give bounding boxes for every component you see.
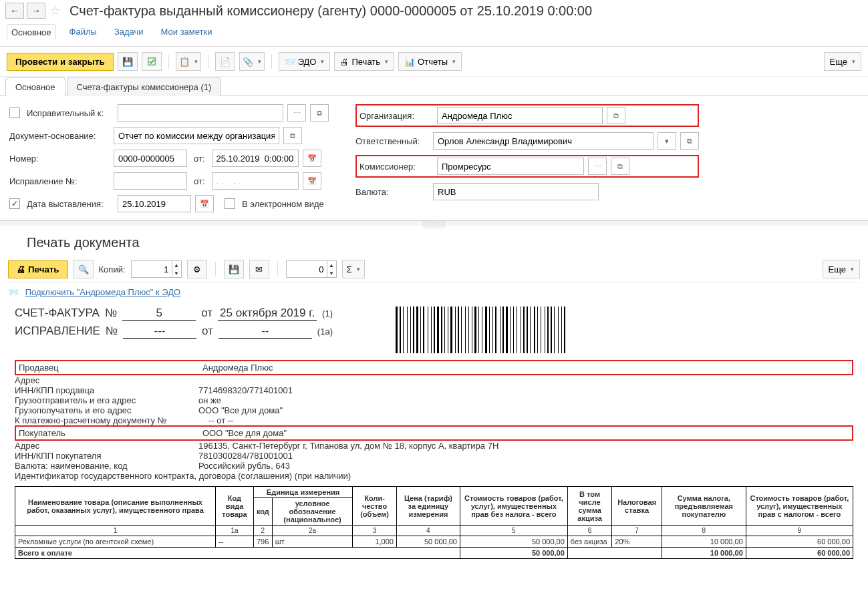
tab-commissioner-invoices[interactable]: Счета-фактуры комиссионера (1) <box>67 77 222 96</box>
svg-rect-0 <box>148 58 155 65</box>
basis-label: Документ-основание: <box>9 131 110 141</box>
date-input[interactable] <box>212 150 299 167</box>
correction-date-input[interactable] <box>212 172 299 190</box>
list-button[interactable]: 📄 <box>215 52 235 71</box>
invoice-hdr-label: СЧЕТ-ФАКТУРА <box>15 307 100 320</box>
navtab-main[interactable]: Основное <box>7 24 56 41</box>
commissioner-select-icon[interactable]: ⋯ <box>588 158 607 175</box>
electronic-label: В электронном виде <box>242 199 324 209</box>
invoice-number-value: 5 <box>122 307 196 321</box>
email-button[interactable]: ✉ <box>249 260 269 278</box>
number-label: Номер: <box>9 154 110 164</box>
corrective-input[interactable] <box>118 104 283 122</box>
commissioner-input[interactable] <box>437 158 584 175</box>
splitter[interactable]: ░░░░░ <box>0 220 868 226</box>
electronic-checkbox[interactable] <box>225 198 235 209</box>
corrective-select-icon[interactable]: ⋯ <box>287 104 306 122</box>
post-button[interactable] <box>142 52 162 71</box>
settings-button[interactable]: ⚙ <box>187 260 207 278</box>
corrective-label: Исправительный к: <box>27 108 114 118</box>
print-button[interactable]: 🖨 Печать▾ <box>334 52 394 71</box>
number-input[interactable] <box>114 150 187 167</box>
organization-label: Организация: <box>359 111 433 121</box>
sum-button[interactable]: Σ▾ <box>342 260 365 278</box>
post-and-close-button[interactable]: Провести и закрыть <box>7 53 114 71</box>
copies-input[interactable] <box>132 264 172 274</box>
reports-button[interactable]: 📊 Отчеты▾ <box>398 52 462 71</box>
correction-number-value: --- <box>123 325 196 339</box>
navtab-tasks[interactable]: Задачи <box>110 24 148 41</box>
organization-open-icon[interactable]: ⧉ <box>607 107 625 124</box>
responsible-open-icon[interactable]: ⧉ <box>680 132 699 150</box>
print-action-button[interactable]: 🖨 Печать <box>8 260 68 278</box>
page-input[interactable] <box>287 264 327 274</box>
issue-date-checkbox[interactable] <box>9 198 20 209</box>
corr-from-label: от: <box>194 176 205 186</box>
responsible-label: Ответственный: <box>355 136 429 146</box>
correction-hdr-label: ИСПРАВЛЕНИЕ <box>15 325 100 338</box>
page-title: Счет-фактура выданный комиссионеру (аген… <box>69 3 592 19</box>
corrective-open-icon[interactable]: ⧉ <box>310 104 329 122</box>
forward-button[interactable]: → <box>27 3 45 19</box>
navtab-files[interactable]: Файлы <box>65 24 101 41</box>
edo-icon: 📨 <box>8 287 19 297</box>
organization-input[interactable] <box>437 107 603 124</box>
responsible-dropdown-icon[interactable]: ▾ <box>658 132 676 150</box>
commissioner-open-icon[interactable]: ⧉ <box>611 158 629 175</box>
correction-num-label: Исправление №: <box>9 176 110 186</box>
navtab-notes[interactable]: Мои заметки <box>157 24 216 41</box>
invoice-table: Наименование товара (описание выполненны… <box>15 486 853 559</box>
preview-button[interactable]: 🔍 <box>74 260 94 278</box>
correction-num-input[interactable] <box>114 172 187 190</box>
copies-spinner[interactable]: ▲▼ <box>131 260 182 278</box>
commissioner-label: Комиссионер: <box>359 162 433 172</box>
basis-open-icon[interactable]: ⧉ <box>283 127 302 144</box>
responsible-input[interactable] <box>433 132 654 150</box>
invoice-date-value: 25 октября 2019 г. <box>218 307 317 321</box>
print-section-title: Печать документа <box>27 235 861 250</box>
currency-label: Валюта: <box>355 187 429 197</box>
corrective-checkbox[interactable] <box>9 108 20 118</box>
tab-main[interactable]: Основное <box>5 77 65 96</box>
edo-button[interactable]: 📨 ЭДО▾ <box>279 52 331 71</box>
more-button[interactable]: Еще▾ <box>824 52 861 71</box>
spin-down-icon[interactable]: ▼ <box>172 269 181 277</box>
attach-button[interactable]: 📎▾ <box>239 52 265 71</box>
save-button[interactable]: 💾 <box>118 52 138 71</box>
corr-date-calendar-icon[interactable]: 📅 <box>303 172 321 190</box>
save-print-button[interactable]: 💾 <box>224 260 244 278</box>
create-basis-button[interactable]: 📋▾ <box>176 52 201 71</box>
back-button[interactable]: ← <box>5 3 24 19</box>
currency-input[interactable] <box>433 183 599 200</box>
spin-up-icon[interactable]: ▲ <box>172 261 181 269</box>
from-label: от: <box>194 154 205 164</box>
issue-date-label: Дата выставления: <box>27 199 114 209</box>
print-more-button[interactable]: Еще▾ <box>823 260 860 278</box>
basis-input[interactable] <box>114 127 279 144</box>
favorite-star-icon[interactable]: ☆ <box>48 3 63 18</box>
correction-date-value: -- <box>219 325 312 339</box>
date-calendar-icon[interactable]: 📅 <box>303 150 321 167</box>
issue-date-calendar-icon[interactable]: 📅 <box>195 195 214 212</box>
connect-edo-link[interactable]: Подключить "Андромеда Плюс" к ЭДО <box>25 287 180 297</box>
copies-label: Копий: <box>99 264 126 274</box>
page-spinner[interactable]: ▲▼ <box>286 260 337 278</box>
barcode <box>396 307 568 353</box>
issue-date-input[interactable] <box>118 195 191 212</box>
